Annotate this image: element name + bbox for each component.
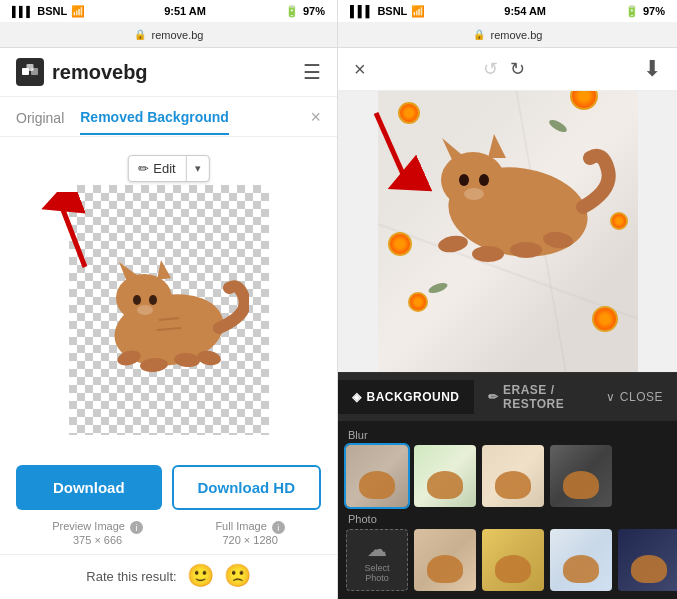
- editor-image-area: [338, 91, 677, 372]
- full-info-icon[interactable]: i: [272, 521, 285, 534]
- rate-happy[interactable]: 🙂: [187, 563, 214, 589]
- logo-text-bg: bg: [123, 61, 147, 83]
- tab-close-btn[interactable]: ∨ CLOSE: [592, 380, 677, 414]
- lock-icon-right: 🔒: [473, 29, 485, 40]
- time-left: 9:51 AM: [164, 5, 206, 17]
- image-area-left: ✏ Edit ▾: [0, 137, 337, 453]
- thumbnails-grid: Blur Photo ☁ SelectP: [338, 421, 677, 599]
- bottom-panel: ◈ BACKGROUND ✏ ERASE / RESTORE ∨ CLOSE B…: [338, 372, 677, 599]
- left-panel: ▌▌▌ BSNL 📶 9:51 AM 🔋 97% 🔒 remove.bg rem…: [0, 0, 338, 599]
- close-tab-label: CLOSE: [620, 390, 663, 404]
- svg-point-27: [472, 246, 504, 262]
- svg-marker-21: [488, 134, 506, 158]
- url-right: remove.bg: [491, 29, 543, 41]
- thumb-photo-4[interactable]: [618, 529, 677, 591]
- tab-original[interactable]: Original: [16, 110, 64, 134]
- erase-label: ERASE / RESTORE: [503, 383, 578, 411]
- undo-btn[interactable]: ↺: [483, 58, 498, 80]
- tab-erase-restore[interactable]: ✏ ERASE / RESTORE: [474, 373, 593, 421]
- download-hd-button[interactable]: Download HD: [172, 465, 322, 510]
- edit-dropdown-icon[interactable]: ▾: [187, 157, 209, 180]
- photo-thumbs-row: ☁ SelectPhoto: [346, 529, 669, 591]
- tab-removed-bg[interactable]: Removed Background: [80, 109, 229, 135]
- rate-sad[interactable]: 🙁: [224, 563, 251, 589]
- carrier-left: BSNL: [37, 5, 67, 17]
- preview-info: Preview Image i 375 × 666: [52, 520, 143, 546]
- svg-point-25: [436, 233, 468, 254]
- photo-section-label: Photo: [346, 513, 669, 525]
- mini-cat-blur-3: [495, 471, 531, 499]
- thumb-photo-3[interactable]: [550, 529, 612, 591]
- svg-marker-20: [442, 138, 468, 162]
- hamburger-menu[interactable]: ☰: [303, 60, 321, 84]
- battery-icon-right: 🔋: [625, 5, 639, 18]
- svg-point-9: [133, 295, 141, 305]
- edit-button[interactable]: ✏ Edit ▾: [127, 155, 209, 182]
- erase-icon: ✏: [488, 390, 499, 404]
- mini-cat-blur-2: [427, 471, 463, 499]
- mini-cat-blur-4: [563, 471, 599, 499]
- right-panel: ▌▌▌ BSNL 📶 9:54 AM 🔋 97% 🔒 remove.bg × ↺…: [338, 0, 677, 599]
- full-info: Full Image i 720 × 1280: [215, 520, 284, 546]
- url-left: remove.bg: [152, 29, 204, 41]
- preview-size: 375 × 666: [73, 534, 122, 546]
- time-right: 9:54 AM: [504, 5, 546, 17]
- tab-background[interactable]: ◈ BACKGROUND: [338, 380, 474, 414]
- edit-btn-main[interactable]: ✏ Edit: [128, 156, 186, 181]
- mini-cat-blur-1: [359, 471, 395, 499]
- full-label: Full Image: [215, 520, 266, 532]
- bottom-tabs: ◈ BACKGROUND ✏ ERASE / RESTORE ∨ CLOSE: [338, 373, 677, 421]
- thumb-blur-3[interactable]: [482, 445, 544, 507]
- signal-icon-right: ▌▌▌: [350, 5, 373, 17]
- bg-tab-label: BACKGROUND: [367, 390, 460, 404]
- status-bar-left: ▌▌▌ BSNL 📶 9:51 AM 🔋 97%: [0, 0, 337, 22]
- close-editor-btn[interactable]: ×: [354, 58, 366, 81]
- preview-label: Preview Image: [52, 520, 125, 532]
- close-tab-btn[interactable]: ×: [310, 107, 321, 136]
- full-size: 720 × 1280: [222, 534, 277, 546]
- cat-image-container: [69, 185, 269, 435]
- svg-point-22: [459, 174, 469, 186]
- wifi-icon-right: 📶: [411, 5, 425, 18]
- mini-cat-photo-4: [631, 555, 667, 583]
- blur-section-label: Blur: [346, 429, 669, 441]
- svg-point-10: [149, 295, 157, 305]
- rate-row: Rate this result: 🙂 🙁: [0, 554, 337, 599]
- mini-cat-photo-3: [563, 555, 599, 583]
- thumb-blur-2[interactable]: [414, 445, 476, 507]
- svg-point-28: [510, 242, 542, 258]
- edit-pencil-icon: ✏: [138, 161, 149, 176]
- thumb-blur-1[interactable]: [346, 445, 408, 507]
- image-info-row: Preview Image i 375 × 666 Full Image i 7…: [0, 516, 337, 554]
- editor-toolbar: × ↺ ↻ ⬇: [338, 48, 677, 91]
- signal-icon: ▌▌▌: [12, 6, 33, 17]
- browser-bar-left: 🔒 remove.bg: [0, 22, 337, 48]
- redo-btn[interactable]: ↻: [510, 58, 525, 80]
- mini-cat-photo-2: [495, 555, 531, 583]
- download-button[interactable]: Download: [16, 465, 162, 510]
- edit-label: Edit: [153, 161, 175, 176]
- svg-marker-8: [157, 260, 171, 280]
- status-left-right: ▌▌▌ BSNL 📶: [350, 5, 425, 18]
- preview-info-icon[interactable]: i: [130, 521, 143, 534]
- logo-text: removebg: [52, 61, 148, 84]
- svg-rect-2: [27, 64, 34, 71]
- status-left: ▌▌▌ BSNL 📶: [12, 5, 85, 18]
- thumb-photo-1[interactable]: [414, 529, 476, 591]
- select-photo-label: SelectPhoto: [364, 563, 389, 583]
- cat-svg-left: [89, 210, 249, 410]
- logo-svg: [21, 63, 39, 81]
- orange-slice-3: [592, 306, 618, 332]
- download-editor-btn[interactable]: ⬇: [643, 56, 661, 82]
- svg-point-11: [137, 305, 153, 315]
- carrier-right: BSNL: [377, 5, 407, 17]
- thumb-blur-4[interactable]: [550, 445, 612, 507]
- rate-label: Rate this result:: [86, 569, 176, 584]
- tabs-row: Original Removed Background ×: [0, 97, 337, 137]
- logo-icon: [16, 58, 44, 86]
- thumb-photo-2[interactable]: [482, 529, 544, 591]
- download-area: Download Download HD: [0, 453, 337, 516]
- blur-thumbs-row: [346, 445, 669, 507]
- battery-icon-left: 🔋: [285, 5, 299, 18]
- select-photo-btn[interactable]: ☁ SelectPhoto: [346, 529, 408, 591]
